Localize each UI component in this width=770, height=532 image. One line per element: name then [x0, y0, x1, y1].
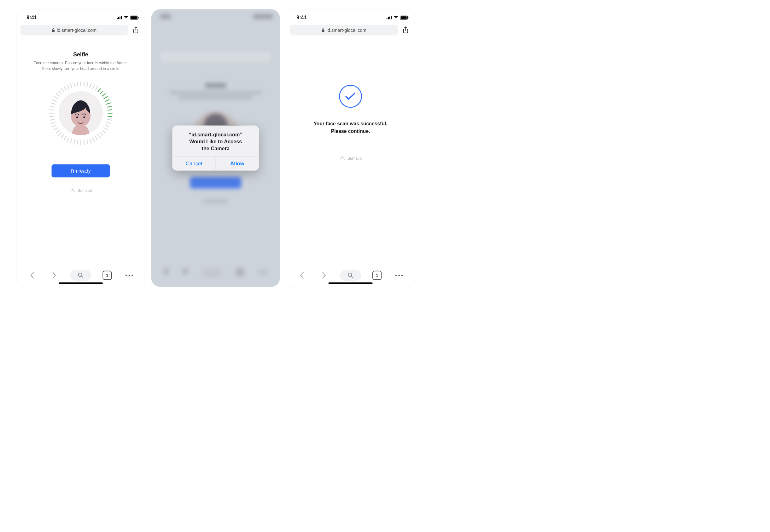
dialog-title: “id.smart-glocal.com” Would Like to Acce… [177, 131, 254, 152]
page-title: Selfie [73, 51, 88, 58]
status-time: 9:41 [27, 15, 37, 20]
more-icon [125, 275, 133, 276]
wifi-icon [393, 16, 399, 20]
svg-point-17 [342, 156, 343, 157]
status-icons [117, 16, 138, 20]
status-bar: 9:41 [16, 9, 145, 22]
tabs-button[interactable]: 1 [371, 269, 383, 281]
url-text: id.smart-glocal.com [57, 27, 96, 33]
more-button[interactable] [393, 269, 405, 281]
share-icon [133, 26, 139, 34]
svg-rect-4 [52, 30, 55, 32]
home-indicator[interactable] [329, 282, 373, 284]
wifi-icon [123, 16, 129, 20]
chevron-right-icon [52, 272, 57, 279]
success-check-circle [339, 85, 362, 108]
cancel-button[interactable]: Cancel [172, 157, 216, 171]
chevron-left-icon [30, 272, 34, 279]
sumsub-attribution: Sumsub [339, 156, 362, 161]
search-icon [348, 272, 353, 278]
permission-dialog-backdrop: “id.smart-glocal.com” Would Like to Acce… [151, 9, 280, 287]
check-icon [345, 92, 356, 100]
url-field[interactable]: id.smart-glocal.com [20, 25, 128, 36]
search-button[interactable] [340, 270, 361, 281]
url-text: id.smart-glocal.com [327, 27, 366, 33]
lock-icon [322, 28, 325, 32]
page-content: Selfie Face the camera. Ensure your face… [16, 37, 145, 264]
svg-rect-13 [389, 17, 390, 20]
lock-icon [52, 28, 55, 32]
allow-button[interactable]: Allow [216, 157, 259, 171]
battery-icon [400, 16, 408, 20]
chevron-left-icon [300, 272, 304, 279]
svg-rect-0 [117, 18, 118, 19]
search-button[interactable] [70, 270, 91, 281]
phone-screen-camera-permission: “id.smart-glocal.com” Would Like to Acce… [151, 9, 280, 287]
share-button[interactable] [400, 25, 411, 36]
share-button[interactable] [130, 25, 141, 36]
cellular-icon [117, 16, 122, 19]
sumsub-logo-icon [339, 156, 345, 161]
im-ready-button[interactable]: I'm ready [52, 164, 110, 177]
face-scan-illustration [49, 81, 112, 145]
svg-point-9 [72, 188, 73, 189]
more-icon [395, 275, 403, 276]
svg-rect-3 [121, 16, 122, 19]
browser-url-bar: id.smart-glocal.com [16, 22, 145, 37]
back-button[interactable] [26, 269, 38, 281]
forward-button[interactable] [48, 269, 60, 281]
svg-rect-12 [388, 17, 389, 20]
success-message: Your face scan was successful. Please co… [314, 120, 388, 135]
svg-rect-1 [118, 17, 119, 20]
svg-rect-11 [387, 18, 388, 19]
camera-permission-dialog: “id.smart-glocal.com” Would Like to Acce… [172, 126, 259, 170]
back-button[interactable] [296, 269, 308, 281]
svg-rect-15 [322, 30, 325, 32]
share-icon [402, 26, 409, 34]
chevron-right-icon [322, 272, 326, 279]
sumsub-attribution: Sumsub [69, 188, 92, 193]
status-bar: 9:41 [286, 9, 415, 22]
status-icons [387, 16, 408, 20]
search-icon [78, 272, 83, 278]
tabs-button[interactable]: 1 [101, 269, 113, 281]
cellular-icon [387, 16, 392, 19]
url-field[interactable]: id.smart-glocal.com [290, 25, 398, 36]
page-subtitle: Face the camera. Ensure your face is wit… [34, 60, 128, 72]
svg-rect-2 [119, 17, 120, 20]
phone-screen-success: 9:41 id.smart-glocal.com Your face scan … [286, 9, 415, 287]
browser-url-bar: id.smart-glocal.com [286, 22, 415, 37]
battery-icon [130, 16, 138, 20]
phone-screen-selfie: 9:41 id.smart-glocal.com Selfie Face the… [16, 9, 145, 287]
sumsub-logo-icon [69, 188, 75, 193]
svg-rect-14 [391, 16, 392, 19]
more-button[interactable] [123, 269, 135, 281]
home-indicator[interactable] [59, 282, 103, 284]
status-time: 9:41 [296, 15, 307, 20]
page-content: Your face scan was successful. Please co… [286, 37, 415, 264]
forward-button[interactable] [318, 269, 330, 281]
